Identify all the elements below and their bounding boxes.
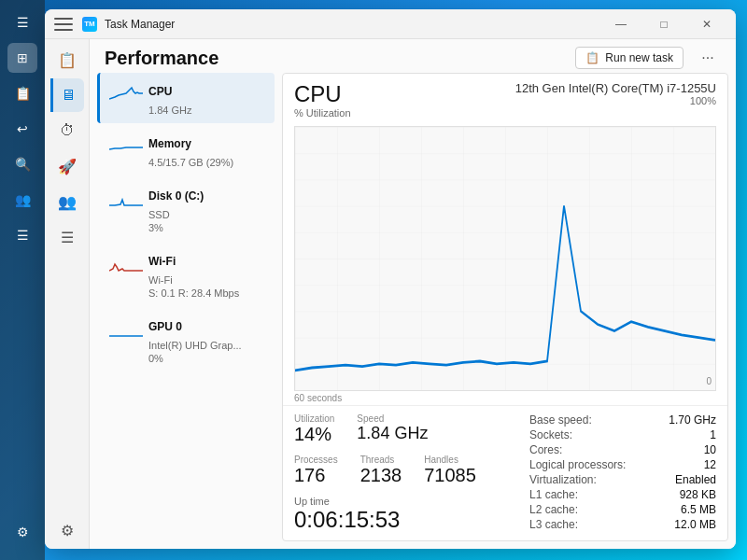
gpu-model-detail: Intel(R) UHD Grap... bbox=[109, 340, 265, 351]
sidebar-icon-settings[interactable]: ⚙ bbox=[50, 513, 84, 547]
sockets-row: Sockets: 1 bbox=[529, 428, 716, 441]
utilization-value: 14% bbox=[294, 424, 334, 445]
app-icon: TM bbox=[82, 17, 97, 32]
sidebar-icon-performance[interactable]: 🖥 bbox=[50, 78, 84, 112]
window-title: Task Manager bbox=[105, 18, 175, 31]
handles-value: 71085 bbox=[424, 465, 476, 486]
sidebar-icon-startup[interactable]: 🚀 bbox=[50, 149, 84, 183]
gpu-resource-detail: 0% bbox=[109, 353, 265, 364]
l3-cache-val: 12.0 MB bbox=[674, 518, 716, 531]
resource-item-cpu-header: CPU bbox=[109, 80, 265, 103]
processes-stat: Processes 176 bbox=[294, 455, 338, 486]
taskbar-icon-7[interactable]: ☰ bbox=[7, 220, 37, 250]
l1-cache-key: L1 cache: bbox=[529, 488, 578, 501]
disk-type-detail: SSD bbox=[109, 209, 265, 220]
cpu-detail-panel: CPU % Utilization 12th Gen Intel(R) Core… bbox=[282, 73, 728, 541]
graph-zero-label: 0 bbox=[706, 376, 712, 386]
cpu-graph-area: 0 bbox=[294, 126, 716, 391]
l3-cache-row: L3 cache: 12.0 MB bbox=[529, 518, 716, 531]
utilization-number: 14 bbox=[294, 424, 315, 444]
l3-cache-key: L3 cache: bbox=[529, 518, 578, 531]
memory-resource-detail: 4.5/15.7 GB (29%) bbox=[109, 157, 265, 168]
memory-resource-name: Memory bbox=[148, 137, 191, 150]
logical-key: Logical processors: bbox=[529, 458, 626, 471]
sidebar: 📋 🖥 ⏱ 🚀 👥 ☰ ⚙ bbox=[45, 39, 90, 549]
handles-stat: Handles 71085 bbox=[424, 455, 476, 486]
sidebar-icon-details[interactable]: ☰ bbox=[50, 220, 84, 254]
taskbar-icon-5[interactable]: 🔍 bbox=[7, 149, 37, 179]
header-actions: 📋 Run new task ··· bbox=[575, 47, 721, 69]
utilization-unit: % bbox=[315, 424, 331, 444]
disk-resource-detail: 3% bbox=[109, 222, 265, 233]
processes-value: 176 bbox=[294, 465, 338, 486]
speed-value: 1.84 GHz bbox=[357, 424, 428, 443]
virt-val: Enabled bbox=[675, 473, 716, 486]
cores-row: Cores: 10 bbox=[529, 443, 716, 456]
run-new-task-button[interactable]: 📋 Run new task bbox=[575, 47, 684, 69]
taskbar-icon-6[interactable]: 👥 bbox=[7, 185, 37, 215]
uptime-value: 0:06:15:53 bbox=[294, 507, 529, 533]
content-area: Performance 📋 Run new task ··· bbox=[90, 39, 736, 549]
virt-row: Virtualization: Enabled bbox=[529, 473, 716, 486]
cpu-model-block: 12th Gen Intel(R) Core(TM) i7-1255U 100% bbox=[515, 81, 716, 106]
stats-right: Base speed: 1.70 GHz Sockets: 1 Cores: 1… bbox=[529, 413, 716, 533]
cores-key: Cores: bbox=[529, 443, 562, 456]
resource-item-disk[interactable]: Disk 0 (C:) SSD 3% bbox=[97, 177, 275, 241]
speed-stat: Speed 1.84 GHz bbox=[357, 413, 428, 445]
resource-item-memory[interactable]: Memory 4.5/15.7 GB (29%) bbox=[97, 125, 275, 175]
handles-label: Handles bbox=[424, 455, 476, 465]
sidebar-icon-processes[interactable]: 📋 bbox=[50, 43, 84, 77]
logical-val: 12 bbox=[704, 458, 716, 471]
window-controls: — □ ✕ bbox=[599, 9, 728, 39]
cpu-resource-name: CPU bbox=[148, 85, 172, 98]
resource-item-memory-header: Memory bbox=[109, 133, 265, 155]
cpu-big-title: CPU bbox=[294, 81, 351, 107]
sidebar-icon-history[interactable]: ⏱ bbox=[50, 114, 84, 147]
disk-mini-chart bbox=[109, 185, 143, 207]
resource-item-wifi[interactable]: Wi-Fi Wi-Fi S: 0.1 R: 28.4 Mbps bbox=[97, 243, 275, 306]
cpu-resource-detail: 1.84 GHz bbox=[109, 105, 265, 116]
taskbar-icon-4[interactable]: ↩ bbox=[7, 114, 37, 144]
svg-rect-1 bbox=[295, 127, 715, 390]
resource-item-wifi-header: Wi-Fi bbox=[109, 250, 265, 273]
resource-item-cpu[interactable]: CPU 1.84 GHz bbox=[97, 73, 275, 123]
l1-cache-row: L1 cache: 928 KB bbox=[529, 488, 716, 501]
l2-cache-val: 6.5 MB bbox=[681, 503, 716, 516]
taskbar-icon-3[interactable]: 📋 bbox=[7, 78, 37, 108]
taskbar-icon-1[interactable]: ☰ bbox=[7, 7, 37, 37]
close-button[interactable]: ✕ bbox=[685, 9, 728, 39]
title-bar-left: TM Task Manager bbox=[52, 13, 599, 35]
taskbar-icon-2[interactable]: ⊞ bbox=[7, 43, 37, 73]
cpu-graph-svg bbox=[295, 127, 715, 390]
stats-grid: Utilization 14% Speed 1.84 GHz bbox=[283, 405, 727, 540]
wifi-resource-name: Wi-Fi bbox=[148, 255, 176, 268]
virt-key: Virtualization: bbox=[529, 473, 597, 486]
section-title: Performance bbox=[105, 48, 218, 69]
task-manager-window: TM Task Manager — □ ✕ 📋 🖥 ⏱ 🚀 👥 ☰ ⚙ Perf… bbox=[45, 9, 736, 549]
cpu-utilization-percent: 100% bbox=[515, 95, 716, 106]
performance-header: Performance 📋 Run new task ··· bbox=[90, 39, 736, 73]
resource-item-gpu[interactable]: GPU 0 Intel(R) UHD Grap... 0% bbox=[97, 308, 275, 371]
hamburger-icon[interactable] bbox=[52, 13, 75, 35]
speed-label: Speed bbox=[357, 413, 428, 424]
taskbar: ☰ ⊞ 📋 ↩ 🔍 👥 ☰ ⚙ bbox=[0, 0, 45, 560]
logical-row: Logical processors: 12 bbox=[529, 458, 716, 471]
taskbar-icon-settings[interactable]: ⚙ bbox=[7, 517, 37, 547]
l1-cache-val: 928 KB bbox=[680, 488, 716, 501]
speed-unit: GHz bbox=[394, 424, 428, 442]
gpu-resource-name: GPU 0 bbox=[148, 320, 182, 333]
wifi-resource-detail: S: 0.1 R: 28.4 Mbps bbox=[109, 287, 265, 299]
run-task-label: Run new task bbox=[605, 51, 673, 64]
resource-item-gpu-header: GPU 0 bbox=[109, 315, 265, 338]
wifi-mini-chart bbox=[109, 250, 143, 273]
stats-left: Utilization 14% Speed 1.84 GHz bbox=[294, 413, 529, 533]
uptime-label: Up time bbox=[294, 496, 529, 507]
more-options-button[interactable]: ··· bbox=[695, 47, 721, 69]
maximize-button[interactable]: □ bbox=[642, 9, 685, 39]
proc-threads-row: Processes 176 Threads 2138 Handles 71085 bbox=[294, 455, 529, 486]
minimize-button[interactable]: — bbox=[599, 9, 642, 39]
cpu-mini-chart bbox=[109, 80, 143, 103]
main-layout: 📋 🖥 ⏱ 🚀 👥 ☰ ⚙ Performance 📋 Run new task… bbox=[45, 39, 736, 549]
title-bar: TM Task Manager — □ ✕ bbox=[45, 9, 736, 39]
sidebar-icon-users[interactable]: 👥 bbox=[50, 185, 84, 218]
